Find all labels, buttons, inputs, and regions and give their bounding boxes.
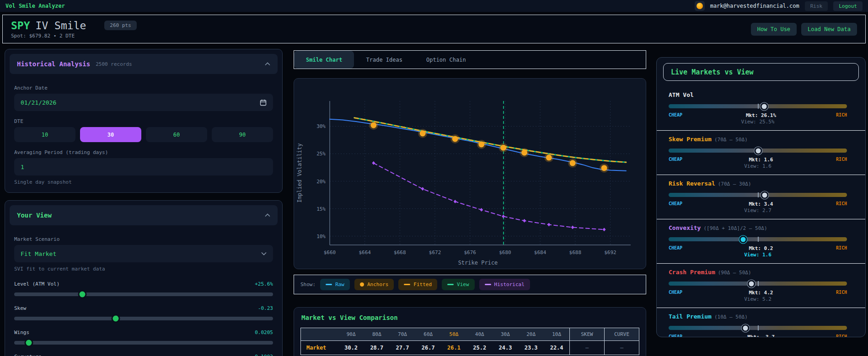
cell: 22.4: [544, 341, 569, 355]
column-header: 90Δ: [338, 328, 364, 341]
slider-value: -0.23: [258, 305, 273, 311]
gauge-thumb[interactable]: [761, 191, 768, 199]
dte-button-60[interactable]: 60: [146, 127, 207, 142]
gauge-formula: (90Δ – 50Δ): [718, 270, 751, 276]
gauge-track[interactable]: [669, 282, 847, 286]
svg-text:15%: 15%: [316, 206, 326, 212]
slider-value: +25.6%: [255, 281, 273, 287]
gauge-track[interactable]: [669, 193, 847, 197]
anchor-date-label: Anchor Date: [14, 85, 273, 91]
avatar[interactable]: [695, 1, 705, 11]
left-column: Historical Analysis 2500 records Anchor …: [5, 49, 283, 356]
vol-smile-analyzer-app: Vol Smile Analyzer mark@harvestedfinanci…: [0, 0, 868, 356]
tab-bar: Smile ChartTrade IdeasOption Chain: [294, 50, 646, 69]
sun-icon: [697, 3, 703, 9]
svg-text:$668: $668: [394, 250, 406, 255]
page-title: IV Smile: [36, 20, 86, 32]
legend-label: Fitted: [413, 282, 432, 287]
averaging-period-label: Averaging Period (trading days): [14, 149, 273, 155]
legend-swatch: [360, 282, 364, 287]
gauge-track[interactable]: [669, 104, 847, 108]
tab-trade-ideas[interactable]: Trade Ideas: [354, 51, 414, 69]
gauge-track[interactable]: [669, 149, 847, 153]
legend-label: Historical: [494, 282, 525, 287]
iv-smile-chart: $660$664$668$672$676$680$684$688$69210%1…: [294, 79, 646, 269]
comparison-title: Market vs View Comparison: [301, 314, 639, 321]
how-to-use-button[interactable]: How To Use: [751, 23, 797, 36]
slider-thumb[interactable]: [112, 314, 120, 323]
gauge-formula: ([90Δ + 10Δ]/2 – 50Δ): [703, 225, 767, 231]
risk-button[interactable]: Risk: [805, 1, 828, 11]
dte-button-90[interactable]: 90: [212, 127, 273, 142]
tab-option-chain[interactable]: Option Chain: [414, 51, 478, 69]
comparison-table: 90Δ80Δ70Δ60Δ50Δ40Δ30Δ20Δ10ΔSKEWCURVEMark…: [300, 328, 639, 355]
cell: 26.1: [441, 341, 466, 355]
svg-text:Strike Price: Strike Price: [458, 260, 498, 266]
anchor-date-input[interactable]: 01/21/2026: [14, 94, 273, 111]
your-view-panel-header[interactable]: Your View: [10, 205, 278, 225]
slider-thumb[interactable]: [78, 290, 86, 299]
svg-text:Implied Volatility: Implied Volatility: [296, 143, 303, 202]
gauge-track[interactable]: [669, 326, 847, 330]
legend-toggle-anchors[interactable]: Anchors: [354, 279, 394, 290]
legend-show-label: Show:: [300, 282, 316, 287]
gauge-thumb[interactable]: [760, 102, 768, 110]
gauge-thumb[interactable]: [739, 235, 747, 243]
cell: 30.2: [338, 341, 364, 355]
view-slider-skew: Skew-0.23: [14, 305, 273, 320]
svg-text:$684: $684: [534, 250, 547, 255]
gauge-tail-premium: Tail Premium(10Δ – 50Δ)CHEAPMkt: -3.7RIC…: [657, 308, 865, 337]
calendar-icon[interactable]: [260, 99, 267, 106]
legend-swatch: [404, 284, 410, 285]
slider-thumb[interactable]: [24, 339, 33, 347]
slider-track[interactable]: [14, 341, 273, 345]
app-title: Vol Smile Analyzer: [5, 3, 65, 9]
slider-track[interactable]: [14, 317, 273, 320]
view-sliders: Level (ATM Vol)+25.6%Skew-0.23Wings0.020…: [14, 281, 273, 356]
svg-text:30%: 30%: [316, 123, 326, 129]
legend-toggle-view[interactable]: View: [442, 279, 475, 290]
market-scenario-select[interactable]: Fit Market: [14, 245, 273, 262]
svg-text:25%: 25%: [316, 151, 326, 157]
chart-legend: Show: RawAnchorsFittedViewHistorical: [294, 275, 646, 294]
legend-swatch: [326, 284, 332, 285]
averaging-period-input[interactable]: 1: [14, 158, 273, 175]
legend-toggle-historical[interactable]: Historical: [479, 279, 530, 290]
cell: –: [570, 341, 605, 355]
legend-label: Raw: [335, 282, 344, 287]
dte-label: DTE: [14, 118, 273, 124]
gauge-risk-reversal: Risk Reversal(70Δ – 30Δ)CHEAPMkt: 3.4RIC…: [657, 175, 865, 219]
gauge-center-tick: [758, 325, 759, 330]
anchor-date-value: 01/21/2026: [21, 99, 56, 106]
legend-toggle-fitted[interactable]: Fitted: [398, 279, 437, 290]
chevron-up-icon[interactable]: [265, 62, 270, 66]
historical-panel-header[interactable]: Historical Analysis 2500 records: [10, 54, 278, 74]
cell: 27.7: [390, 341, 415, 355]
averaging-hint: Single day snapshot: [14, 179, 273, 185]
live-markets-panel: Live Markets vs View ATM VolCHEAPMkt: 26…: [656, 57, 866, 337]
dte-button-30[interactable]: 30: [80, 127, 141, 142]
slider-label: Level (ATM Vol): [14, 281, 59, 287]
records-count: 2500 records: [96, 61, 132, 67]
gauge-thumb[interactable]: [755, 147, 762, 154]
logout-button[interactable]: Logout: [833, 1, 863, 11]
svg-text:$660: $660: [324, 250, 336, 255]
gauge-thumb[interactable]: [741, 324, 749, 332]
load-new-data-button[interactable]: Load New Data: [801, 23, 857, 36]
gauge-thumb[interactable]: [747, 280, 755, 287]
gauge-market-value: Mkt: 26.1%: [669, 112, 853, 118]
chevron-up-icon[interactable]: [265, 213, 270, 217]
column-header: 20Δ: [518, 328, 544, 341]
dte-button-10[interactable]: 10: [14, 127, 75, 142]
gauge-track[interactable]: [669, 237, 847, 241]
column-header: [301, 328, 338, 341]
slider-label: Curvature: [14, 354, 42, 356]
gauge-center-tick: [758, 281, 759, 286]
legend-toggle-raw[interactable]: Raw: [320, 279, 350, 290]
gauge-formula: (70Δ – 50Δ): [714, 137, 748, 143]
tab-smile-chart[interactable]: Smile Chart: [294, 51, 354, 69]
slider-track[interactable]: [14, 292, 273, 296]
gauge-skew-premium: Skew Premium(70Δ – 50Δ)CHEAPMkt: 1.6RICH…: [657, 130, 865, 175]
column-header: 10Δ: [544, 328, 569, 341]
gauge-crash-premium: Crash Premium(90Δ – 50Δ)CHEAPMkt: 4.2RIC…: [657, 263, 865, 308]
